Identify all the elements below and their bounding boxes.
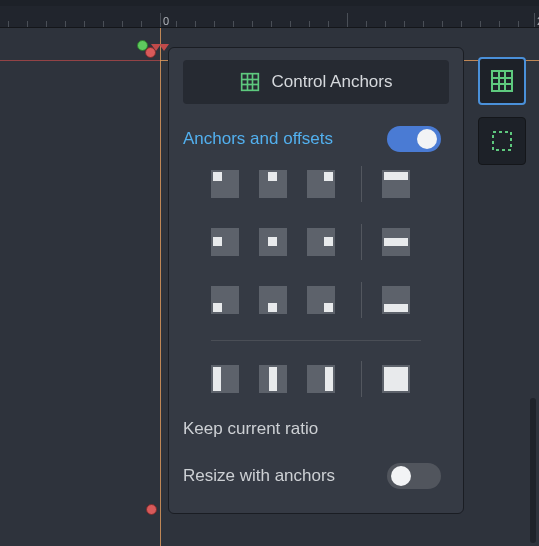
anchor-preset-grid (169, 166, 463, 318)
scrollbar[interactable] (530, 398, 536, 543)
anchor-preset-top-center[interactable] (259, 170, 287, 198)
anchor-preset-top-stretch[interactable] (382, 170, 410, 198)
axis-vertical (160, 28, 161, 546)
anchors-offsets-toggle[interactable] (387, 126, 441, 152)
anchor-preset-top-right[interactable] (307, 170, 335, 198)
anchor-preset-bottom-center[interactable] (259, 286, 287, 314)
anchor-preset-hcenter-stretch[interactable] (382, 228, 410, 256)
keep-ratio-row: Keep current ratio (169, 413, 463, 457)
anchor-preset-vcenter-stretch[interactable] (259, 365, 287, 393)
dotted-square-icon (490, 129, 514, 153)
anchor-preset-bottom-stretch[interactable] (382, 286, 410, 314)
anchors-offsets-label: Anchors and offsets (183, 129, 333, 149)
popup-header: Control Anchors (183, 60, 449, 104)
anchor-grid-icon (240, 72, 260, 92)
svg-rect-0 (492, 71, 512, 91)
control-point-red[interactable] (146, 504, 157, 515)
anchor-preset-full-stretch[interactable] (382, 365, 410, 393)
anchor-preset-center[interactable] (259, 228, 287, 256)
popup-title: Control Anchors (272, 72, 393, 92)
selection-tool-button[interactable] (478, 117, 526, 165)
anchors-offsets-row: Anchors and offsets (169, 120, 463, 166)
anchor-preset-bottom-right[interactable] (307, 286, 335, 314)
svg-rect-6 (241, 74, 258, 91)
anchor-grid-icon (490, 69, 514, 93)
keep-ratio-label: Keep current ratio (183, 419, 318, 439)
svg-rect-5 (493, 132, 511, 150)
anchor-preset-top-left[interactable] (211, 170, 239, 198)
anchor-preset-center-left[interactable] (211, 228, 239, 256)
anchor-preset-right-stretch[interactable] (307, 365, 335, 393)
anchor-tool-button[interactable] (478, 57, 526, 105)
control-point-red[interactable] (145, 47, 156, 58)
anchor-preset-bottom-left[interactable] (211, 286, 239, 314)
toolbar (478, 57, 526, 165)
guide-line (0, 60, 160, 61)
resize-anchors-label: Resize with anchors (183, 466, 335, 486)
ruler-label-0: 0 (163, 15, 169, 27)
resize-anchors-toggle[interactable] (387, 463, 441, 489)
control-anchors-popup: Control Anchors Anchors and offsets (168, 47, 464, 514)
ruler: 0 2 (0, 6, 539, 28)
divider (211, 340, 421, 341)
resize-anchors-row: Resize with anchors (169, 457, 463, 495)
anchor-preset-left-stretch[interactable] (211, 365, 239, 393)
anchor-preset-center-right[interactable] (307, 228, 335, 256)
